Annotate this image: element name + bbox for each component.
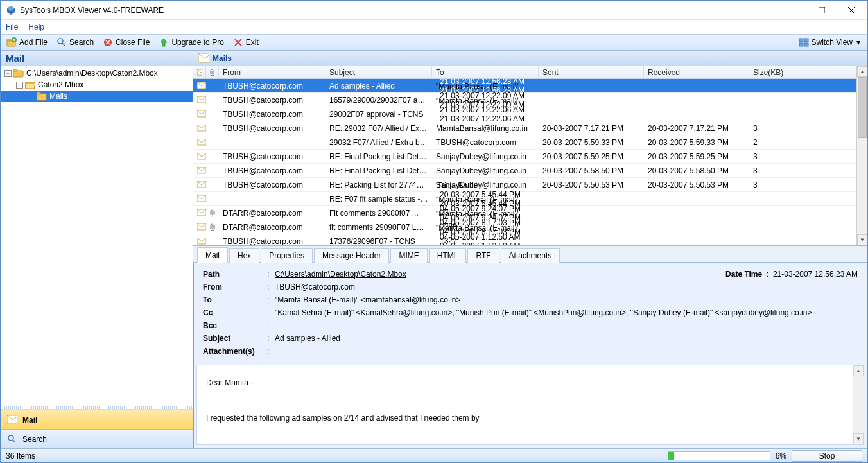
cell-to: TBUSH@catocorp.com	[432, 138, 539, 147]
subject-label: Subject	[203, 334, 267, 343]
collapse-icon[interactable]: −	[16, 82, 23, 89]
title-bar: SysTools MBOX Viewer v4.0-FREEWARE	[1, 1, 867, 20]
tree-root[interactable]: − C:\Users\admin\Desktop\Caton2.Mbox	[1, 67, 193, 79]
cell-from: TBUSH@catocorp.com	[219, 82, 326, 91]
main-panel: Mails From Subject To Sent Received Size…	[193, 51, 867, 448]
cell-subject: 16579/29000/29032F07 appr...	[326, 96, 432, 105]
cc-label: Cc	[203, 308, 267, 317]
svg-rect-1	[819, 7, 825, 13]
cell-received: 21-03-2007 12.22.06 AM	[436, 114, 539, 123]
cell-from: DTARR@catocorp.com	[219, 209, 326, 218]
cell-from: TBUSH@catocorp.com	[219, 96, 326, 105]
col-size[interactable]: Size(KB)	[749, 66, 856, 78]
svg-rect-15	[37, 92, 40, 94]
attachment-icon	[206, 223, 219, 231]
svg-rect-9	[799, 43, 803, 46]
cell-to: MamtaBansal@lifung.co.in	[432, 124, 539, 133]
cell-received: 20-03-2007 5.59.33 PM	[644, 138, 749, 147]
tab-properties[interactable]: Properties	[261, 248, 313, 263]
grid-scrollbar[interactable]: ▲ ▼	[856, 66, 867, 245]
progress-percent: 6%	[776, 451, 786, 460]
tab-mime[interactable]: MIME	[390, 248, 427, 263]
cell-size: 2	[749, 138, 856, 147]
table-row[interactable]: 29032 F07/ Allied / Extra butt...TBUSH@c…	[193, 135, 856, 150]
close-file-icon	[103, 37, 113, 48]
close-file-button[interactable]: Close File	[100, 36, 153, 49]
svg-rect-0	[789, 10, 795, 10]
add-file-icon	[6, 37, 17, 48]
tree-mbox[interactable]: − Caton2.Mbox	[1, 79, 193, 91]
tab-hex[interactable]: Hex	[229, 248, 259, 263]
mail-icon	[193, 110, 206, 118]
exit-button[interactable]: Exit	[230, 36, 262, 49]
table-row[interactable]: TBUSH@catocorp.com29002F07 approval - TC…	[193, 107, 856, 121]
tab-rtf[interactable]: RTF	[467, 248, 499, 263]
collapse-icon[interactable]: −	[4, 70, 12, 77]
col-attachment[interactable]	[206, 66, 219, 78]
nav-mail[interactable]: Mail	[1, 410, 193, 429]
scroll-down-icon[interactable]: ▼	[853, 433, 864, 444]
window-title: SysTools MBOX Viewer v4.0-FREEWARE	[20, 6, 777, 15]
folder-tree[interactable]: − C:\Users\admin\Desktop\Caton2.Mbox − C…	[1, 66, 193, 406]
cell-to: "Mamta Bansal (E-mail)" 04-05-2007 1.12.…	[432, 223, 539, 246]
search-icon	[56, 37, 67, 48]
add-file-button[interactable]: Add File	[3, 36, 51, 49]
detail-tabs: Mail Hex Properties Message Header MIME …	[193, 246, 867, 263]
cell-from: TBUSH@catocorp.com	[219, 124, 326, 133]
col-from[interactable]: From	[219, 66, 326, 78]
col-sent[interactable]: Sent	[539, 66, 644, 78]
sidebar: Mail − C:\Users\admin\Desktop\Caton2.Mbo…	[1, 51, 193, 448]
tab-attachments[interactable]: Attachments	[501, 248, 560, 263]
close-button[interactable]	[837, 1, 866, 20]
stop-button[interactable]: Stop	[792, 450, 862, 462]
from-label: From	[203, 283, 267, 292]
tab-message-header[interactable]: Message Header	[314, 248, 389, 263]
mail-icon	[193, 167, 206, 174]
mail-icon	[193, 238, 206, 245]
menu-file[interactable]: File	[6, 22, 18, 31]
cell-from: TBUSH@catocorp.com	[219, 180, 326, 189]
attach-value	[275, 347, 858, 356]
tab-mail[interactable]: Mail	[197, 247, 228, 263]
detail-datetime: Date Time : 21-03-2007 12.56.23 AM	[725, 270, 858, 279]
scroll-down-icon[interactable]: ▼	[857, 234, 867, 245]
svg-rect-10	[804, 43, 808, 46]
nav-search[interactable]: Search	[1, 429, 193, 448]
scroll-thumb[interactable]	[858, 77, 867, 138]
svg-rect-7	[799, 39, 803, 42]
scroll-up-icon[interactable]: ▲	[857, 66, 867, 77]
folder-mail-icon	[37, 92, 47, 101]
mail-icon	[193, 82, 206, 89]
mail-grid[interactable]: From Subject To Sent Received Size(KB) T…	[193, 66, 856, 245]
col-subject[interactable]: Subject	[326, 66, 432, 78]
col-icon[interactable]	[193, 66, 206, 78]
cell-from: TBUSH@catocorp.com	[219, 152, 326, 161]
scroll-up-icon[interactable]: ▲	[853, 365, 864, 376]
tab-html[interactable]: HTML	[429, 248, 467, 263]
body-scrollbar[interactable]: ▲ ▼	[853, 365, 864, 444]
table-row[interactable]: TBUSH@catocorp.com17376/29096F07 - TCNS"…	[193, 234, 856, 245]
svg-rect-8	[804, 39, 808, 42]
folder-open-icon	[25, 80, 35, 89]
col-to[interactable]: To	[432, 66, 539, 78]
mail-icon	[193, 139, 206, 146]
svg-point-17	[8, 435, 13, 441]
minimize-button[interactable]	[777, 1, 807, 20]
table-row[interactable]: TBUSH@catocorp.comRE: Final Packing List…	[193, 150, 856, 164]
cell-sent: 20-03-2007 5.58.50 PM	[539, 166, 644, 175]
tree-mails[interactable]: Mails	[1, 91, 193, 102]
mail-icon	[193, 125, 206, 132]
svg-point-5	[58, 39, 63, 44]
col-received[interactable]: Received	[644, 66, 749, 78]
cell-sent: 20-03-2007 5.59.33 PM	[539, 138, 644, 147]
cell-size: 3	[749, 166, 856, 175]
mail-icon	[193, 223, 206, 231]
table-row[interactable]: TBUSH@catocorp.comRE: Final Packing List…	[193, 164, 856, 178]
maximize-button[interactable]	[807, 1, 837, 20]
switch-view-button[interactable]: Switch View▾	[795, 36, 865, 49]
upgrade-button[interactable]: Upgrade to Pro	[155, 36, 227, 49]
menu-help[interactable]: Help	[28, 22, 44, 31]
mail-icon	[193, 96, 206, 103]
search-button[interactable]: Search	[53, 36, 97, 49]
table-row[interactable]: TBUSH@catocorp.comRE: 29032 F07/ Allied …	[193, 121, 856, 135]
